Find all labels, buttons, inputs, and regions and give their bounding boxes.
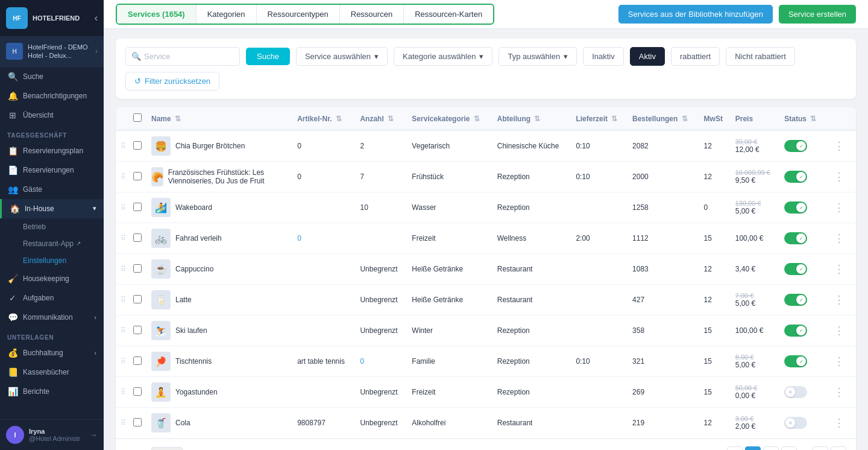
- tab-ressourcentypen[interactable]: Ressourcentypen: [257, 5, 340, 24]
- th-status[interactable]: Status ⇅: [779, 107, 825, 130]
- hotel-icon: H: [6, 43, 23, 60]
- th-artikel[interactable]: Artikel-Nr. ⇅: [292, 107, 355, 130]
- page-2-button[interactable]: 2: [763, 446, 779, 450]
- sidebar-item-aufgaben[interactable]: ✓ Aufgaben: [0, 288, 104, 308]
- price: 100,00 €: [735, 326, 764, 335]
- bestellungen-cell: 219: [627, 408, 699, 439]
- sidebar-item-reservierungsplan[interactable]: 📋 Reservierungsplan: [0, 141, 104, 160]
- sidebar-sub-einstellungen[interactable]: Einstellungen: [0, 252, 104, 269]
- row-checkbox[interactable]: [133, 233, 142, 242]
- drag-handle[interactable]: ⠿: [116, 285, 128, 315]
- page-1-button[interactable]: 1: [745, 446, 761, 450]
- type-filter-dropdown[interactable]: Typ auswählen ▾: [498, 47, 577, 66]
- drag-handle[interactable]: ⠿: [116, 130, 128, 162]
- add-from-library-button[interactable]: Services aus der Bibliothek hinzufügen: [618, 5, 773, 24]
- hotel-info[interactable]: H HotelFriend - DEMO Hotel - Delux... ›: [0, 37, 104, 67]
- status-toggle[interactable]: ✓: [784, 171, 807, 183]
- inaktiv-toggle[interactable]: Inaktiv: [583, 47, 624, 66]
- th-anzahl[interactable]: Anzahl ⇅: [355, 107, 407, 130]
- drag-handle[interactable]: ⠿: [116, 315, 128, 346]
- nicht-rabattiert-toggle[interactable]: Nicht rabattiert: [726, 47, 795, 66]
- th-abteilung[interactable]: Abteilung ⇅: [492, 107, 571, 130]
- sidebar-item-uebersicht[interactable]: ⊞ Übersicht: [0, 106, 104, 125]
- aktiv-toggle[interactable]: Aktiv: [630, 47, 665, 66]
- next-page-button[interactable]: ›: [831, 446, 846, 450]
- rabattiert-toggle[interactable]: rabattiert: [671, 47, 720, 66]
- artikel-link[interactable]: 0: [297, 234, 301, 242]
- sidebar-item-kommunikation[interactable]: 💬 Kommunikation ›: [0, 308, 104, 327]
- row-actions-button[interactable]: ⋮: [830, 384, 848, 400]
- select-all-checkbox[interactable]: [133, 113, 142, 122]
- row-checkbox[interactable]: [133, 203, 142, 211]
- sidebar-collapse-icon[interactable]: ‹: [95, 13, 98, 24]
- sidebar-item-berichte[interactable]: 📊 Berichte: [0, 382, 104, 401]
- drag-handle[interactable]: ⠿: [116, 346, 128, 377]
- search-input[interactable]: [125, 47, 240, 66]
- tab-kategorien[interactable]: Kategorien: [197, 5, 257, 24]
- drag-handle[interactable]: ⠿: [116, 254, 128, 285]
- create-service-button[interactable]: Service erstellen: [779, 5, 856, 24]
- status-toggle[interactable]: ✓: [784, 263, 807, 275]
- status-toggle[interactable]: ✓: [784, 201, 807, 214]
- sidebar-item-buchhaltung[interactable]: 💰 Buchhaltung ›: [0, 343, 104, 363]
- row-actions-button[interactable]: ⋮: [830, 138, 848, 154]
- row-actions-button[interactable]: ⋮: [830, 230, 848, 246]
- search-button[interactable]: Suche: [246, 48, 290, 65]
- row-actions-button[interactable]: ⋮: [830, 261, 848, 277]
- page-3-button[interactable]: 3: [781, 446, 797, 450]
- row-checkbox[interactable]: [133, 357, 142, 365]
- status-toggle[interactable]: ✓: [784, 294, 807, 306]
- artikel-cell: [292, 192, 355, 223]
- sidebar-item-gaeste[interactable]: 👥 Gäste: [0, 180, 104, 199]
- category-filter-dropdown[interactable]: Kategorie auswählen ▾: [394, 47, 492, 66]
- drag-handle[interactable]: ⠿: [116, 408, 128, 439]
- tab-services[interactable]: Services (1654): [117, 5, 197, 24]
- row-actions-button[interactable]: ⋮: [830, 292, 848, 308]
- status-toggle[interactable]: ✓: [784, 355, 807, 367]
- th-lieferzeit[interactable]: Lieferzeit ⇅: [571, 107, 627, 130]
- sidebar-sub-restaurant-app[interactable]: Restaurant-App ↗: [0, 235, 104, 252]
- th-kategorie[interactable]: Servicekategorie ⇅: [407, 107, 492, 130]
- row-actions-button[interactable]: ⋮: [830, 200, 848, 215]
- status-toggle[interactable]: ✕: [784, 386, 807, 398]
- drag-handle[interactable]: ⠿: [116, 223, 128, 254]
- sidebar-item-reservierungen[interactable]: 📄 Reservierungen: [0, 160, 104, 180]
- sidebar-item-housekeeping[interactable]: 🧹 Housekeeping: [0, 269, 104, 288]
- row-actions-button[interactable]: ⋮: [830, 415, 848, 431]
- status-toggle[interactable]: ✕: [784, 417, 807, 429]
- status-cell: ✓: [779, 223, 825, 254]
- row-checkbox[interactable]: [133, 295, 142, 303]
- sidebar-item-suche[interactable]: 🔍 Suche: [0, 67, 104, 86]
- row-actions-button[interactable]: ⋮: [830, 323, 848, 338]
- sidebar-item-in-house[interactable]: 🏠 In-House ▾: [0, 199, 104, 218]
- row-checkbox[interactable]: [133, 264, 142, 273]
- th-bestellungen[interactable]: Bestellungen ⇅: [627, 107, 699, 130]
- status-toggle[interactable]: ✓: [784, 325, 807, 337]
- tab-ressourcen-karten[interactable]: Ressourcen-Karten: [404, 5, 493, 24]
- last-page-button[interactable]: 166: [813, 446, 828, 450]
- per-page-select[interactable]: 10 25 50: [151, 447, 183, 450]
- drag-handle[interactable]: ⠿: [116, 192, 128, 223]
- drag-handle[interactable]: ⠿: [116, 162, 128, 192]
- service-filter-dropdown[interactable]: Service auswählen ▾: [296, 47, 388, 66]
- status-toggle[interactable]: ✓: [784, 140, 807, 152]
- anzahl-link[interactable]: 0: [360, 357, 364, 366]
- user-action-icon[interactable]: →: [89, 430, 98, 440]
- tab-ressourcen[interactable]: Ressourcen: [340, 5, 404, 24]
- sidebar-sub-betrieb[interactable]: Betrieb: [0, 218, 104, 235]
- th-name[interactable]: Name ⇅: [146, 107, 292, 130]
- prev-page-button[interactable]: ‹: [727, 446, 743, 450]
- reset-filter-button[interactable]: ↺ Filter zurücksetzen: [125, 72, 219, 90]
- row-actions-button[interactable]: ⋮: [830, 169, 848, 185]
- row-checkbox[interactable]: [133, 326, 142, 334]
- status-toggle[interactable]: ✓: [784, 232, 807, 244]
- drag-handle[interactable]: ⠿: [116, 377, 128, 408]
- row-checkbox[interactable]: [133, 418, 142, 426]
- sidebar-item-benachrichtigungen[interactable]: 🔔 Benachrichtigungen: [0, 86, 104, 106]
- row-checkbox[interactable]: [133, 387, 142, 396]
- row-actions-button[interactable]: ⋮: [830, 353, 848, 369]
- row-checkbox[interactable]: [133, 141, 142, 150]
- mwst-cell: 12: [699, 285, 731, 315]
- row-checkbox[interactable]: [133, 172, 142, 180]
- sidebar-item-kassenbuecher[interactable]: 📒 Kassenbücher: [0, 363, 104, 382]
